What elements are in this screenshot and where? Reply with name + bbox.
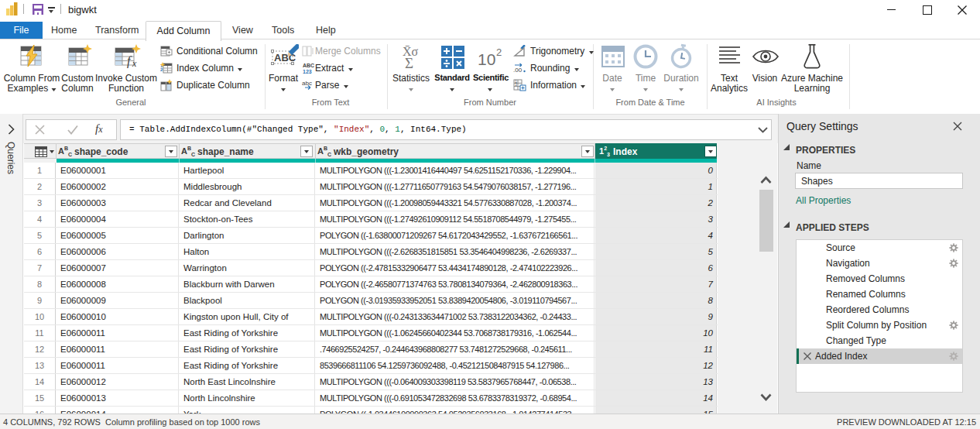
svg-text:ABC: ABC [303,63,314,68]
svg-text:x: x [132,58,137,69]
svg-text:123: 123 [303,69,312,74]
svg-text:10: 10 [478,50,495,68]
svg-text:.00: .00 [513,67,523,74]
svg-text:2: 2 [496,46,502,58]
svg-text:abc: abc [302,80,312,87]
svg-text:Σ: Σ [405,55,413,70]
svg-text:2: 2 [160,67,163,72]
